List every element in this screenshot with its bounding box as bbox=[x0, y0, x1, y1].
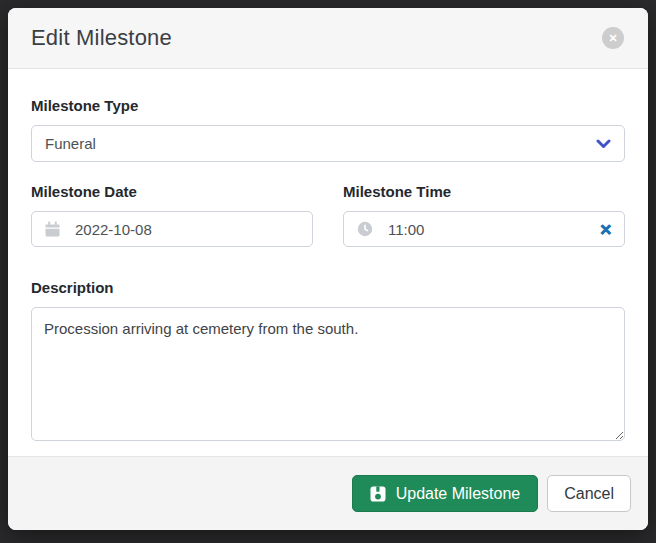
cancel-label: Cancel bbox=[564, 485, 614, 503]
update-milestone-button[interactable]: Update Milestone bbox=[352, 475, 539, 512]
update-milestone-label: Update Milestone bbox=[396, 485, 521, 503]
save-icon bbox=[370, 486, 386, 502]
milestone-type-select[interactable]: Funeral bbox=[31, 125, 625, 162]
milestone-date-input-group bbox=[31, 211, 313, 247]
description-textarea[interactable]: Procession arriving at cemetery from the… bbox=[31, 307, 625, 441]
modal-footer: Update Milestone Cancel bbox=[8, 456, 648, 530]
calendar-icon bbox=[45, 221, 60, 237]
milestone-date-input[interactable] bbox=[75, 221, 300, 238]
modal-header: Edit Milestone ✕ bbox=[8, 8, 648, 69]
clock-icon bbox=[357, 221, 373, 237]
modal-body: Milestone Type Funeral Milestone Date bbox=[8, 69, 648, 456]
milestone-time-field: Milestone Time ✕ bbox=[343, 183, 625, 247]
milestone-date-field: Milestone Date bbox=[31, 183, 313, 247]
milestone-date-label: Milestone Date bbox=[31, 183, 313, 201]
modal-title: Edit Milestone bbox=[31, 25, 172, 51]
clear-time-button[interactable]: ✕ bbox=[591, 222, 612, 237]
milestone-time-input-group: ✕ bbox=[343, 211, 625, 247]
milestone-type-label: Milestone Type bbox=[31, 97, 625, 115]
milestone-time-label: Milestone Time bbox=[343, 183, 625, 201]
close-icon: ✕ bbox=[608, 33, 617, 44]
milestone-time-input[interactable] bbox=[388, 221, 591, 238]
date-time-row: Milestone Date bbox=[31, 183, 625, 247]
cancel-button[interactable]: Cancel bbox=[547, 475, 631, 512]
description-field: Description Procession arriving at cemet… bbox=[31, 279, 625, 441]
description-label: Description bbox=[31, 279, 625, 297]
clear-x-icon: ✕ bbox=[599, 221, 612, 238]
milestone-type-select-wrap: Funeral bbox=[31, 125, 625, 162]
close-button[interactable]: ✕ bbox=[602, 27, 624, 49]
edit-milestone-modal: Edit Milestone ✕ Milestone Type Funeral bbox=[8, 8, 648, 530]
